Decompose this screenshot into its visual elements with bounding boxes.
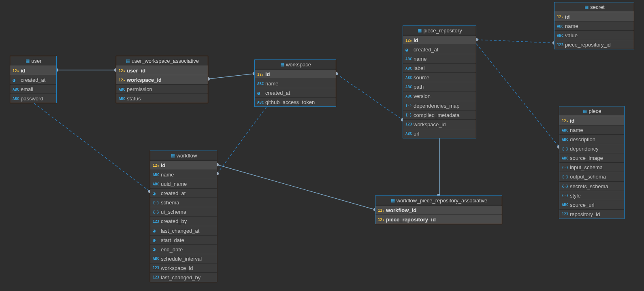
table-name: user_workspace_associative [132, 58, 199, 64]
table-workspace[interactable]: ▦workspace12₉idABCname◕created_atABCgith… [254, 59, 336, 107]
table-piece[interactable]: ▦piece12₉idABCnameABCdescription{·}depen… [559, 106, 625, 219]
column-workspace_id[interactable]: 12₉workspace_id [116, 75, 208, 84]
table-header[interactable]: ▦secret [554, 2, 634, 12]
column-password[interactable]: ABCpassword [10, 93, 56, 103]
column-label: schedule_interval [161, 256, 202, 262]
column-label: id [161, 162, 166, 168]
column-compiled_metadata[interactable]: {·}compiled_metadata [403, 110, 476, 119]
column-created_at[interactable]: ◕created_at [150, 188, 217, 198]
table-header[interactable]: ▦workspace [255, 60, 336, 69]
column-path[interactable]: ABCpath [403, 82, 476, 91]
column-name[interactable]: ABCname [554, 21, 634, 30]
column-id[interactable]: 12₉id [554, 12, 634, 21]
table-icon: ▦ [125, 58, 131, 64]
column-label: name [570, 127, 583, 133]
column-label: uuid_name [161, 181, 187, 187]
column-id[interactable]: 12₉id [559, 116, 624, 125]
column-label: created_at [21, 77, 45, 83]
column-dependency[interactable]: {·}dependency [559, 144, 624, 153]
column-uuid_name[interactable]: ABCuuid_name [150, 179, 217, 188]
number-type-icon: 123 [153, 219, 161, 223]
text-type-icon: ABC [13, 87, 21, 91]
column-source_url[interactable]: ABCsource_url [559, 200, 624, 209]
key-icon: 12₉ [405, 38, 414, 42]
table-header[interactable]: ▦piece_repository [403, 26, 476, 35]
key-icon: 12₉ [119, 69, 127, 73]
column-ui_schema[interactable]: {·}ui_schema [150, 207, 217, 216]
column-label: github_access_token [265, 99, 315, 105]
table-workflow_piece_repository_associative[interactable]: ▦workflow_piece_repository_associative12… [375, 195, 502, 224]
column-secrets_schema[interactable]: {·}secrets_schema [559, 181, 624, 191]
column-created_at[interactable]: ◕created_at [10, 75, 56, 84]
column-piece_repository_id[interactable]: 123piece_repository_id [554, 40, 634, 49]
table-user[interactable]: ▦user12₉id◕created_atABCemailABCpassword [10, 56, 57, 103]
column-schema[interactable]: {·}schema [150, 198, 217, 207]
table-name: piece [589, 108, 601, 114]
column-label: last_changed_by [161, 274, 200, 280]
table-secret[interactable]: ▦secret12₉idABCnameABCvalue123piece_repo… [554, 2, 634, 49]
table-header[interactable]: ▦user [10, 56, 56, 66]
column-github_access_token[interactable]: ABCgithub_access_token [255, 97, 336, 106]
column-id[interactable]: 12₉id [10, 66, 56, 75]
table-header[interactable]: ▦workflow [150, 151, 217, 160]
column-name[interactable]: ABCname [255, 79, 336, 88]
table-piece_repository[interactable]: ▦piece_repository12₉id◕created_atABCname… [403, 25, 476, 138]
column-style[interactable]: {·}style [559, 191, 624, 200]
table-header[interactable]: ▦workflow_piece_repository_associative [375, 196, 502, 205]
column-created_by[interactable]: 123created_by [150, 216, 217, 225]
number-type-icon: 123 [153, 266, 161, 270]
column-created_at[interactable]: ◕created_at [403, 45, 476, 54]
column-status[interactable]: ABCstatus [116, 93, 208, 103]
column-repository_id[interactable]: 123repository_id [559, 209, 624, 219]
column-label: status [127, 96, 141, 102]
connection-lines [0, 0, 644, 291]
table-workflow[interactable]: ▦workflow12₉idABCnameABCuuid_name◕create… [150, 151, 217, 282]
column-source_image[interactable]: ABCsource_image [559, 153, 624, 162]
column-name[interactable]: ABCname [403, 54, 476, 63]
table-user_workspace_associative[interactable]: ▦user_workspace_associative12₉user_id12₉… [116, 56, 208, 103]
timestamp-type-icon: ◕ [153, 191, 161, 196]
column-id[interactable]: 12₉id [403, 35, 476, 45]
column-last_changed_by[interactable]: 123last_changed_by [150, 272, 217, 282]
svg-line-17 [217, 165, 375, 210]
column-start_date[interactable]: ◕start_date [150, 235, 217, 244]
column-email[interactable]: ABCemail [10, 84, 56, 93]
column-label[interactable]: ABClabel [403, 63, 476, 72]
column-last_changed_at[interactable]: ◕last_changed_at [150, 226, 217, 235]
table-name: workflow [177, 153, 197, 159]
column-permission[interactable]: ABCpermission [116, 84, 208, 93]
column-workspace_id[interactable]: 123workspace_id [403, 119, 476, 129]
column-schedule_interval[interactable]: ABCschedule_interval [150, 254, 217, 263]
text-type-icon: ABC [405, 85, 414, 89]
column-user_id[interactable]: 12₉user_id [116, 66, 208, 75]
column-input_schema[interactable]: {·}input_schema [559, 162, 624, 172]
column-end_date[interactable]: ◕end_date [150, 244, 217, 254]
column-workflow_id[interactable]: 12₉workflow_id [375, 205, 502, 215]
table-header[interactable]: ▦piece [559, 106, 624, 116]
erd-canvas[interactable]: ▦user12₉id◕created_atABCemailABCpassword… [0, 0, 644, 291]
column-name[interactable]: ABCname [559, 125, 624, 134]
column-label: created_by [161, 219, 187, 225]
timestamp-type-icon: ◕ [257, 90, 265, 96]
column-label: end_date [161, 246, 183, 253]
svg-line-9 [476, 40, 554, 43]
column-source[interactable]: ABCsource [403, 72, 476, 82]
svg-line-3 [208, 74, 254, 79]
column-label: email [21, 86, 33, 92]
column-id[interactable]: 12₉id [255, 69, 336, 79]
text-type-icon: ABC [557, 34, 565, 38]
column-piece_repository_id[interactable]: 12₉piece_repository_id [375, 215, 502, 224]
timestamp-type-icon: ◕ [405, 47, 414, 53]
column-id[interactable]: 12₉id [150, 160, 217, 170]
column-output_schema[interactable]: {·}output_schema [559, 172, 624, 181]
column-description[interactable]: ABCdescription [559, 134, 624, 144]
column-workspace_id[interactable]: 123workspace_id [150, 263, 217, 272]
column-name[interactable]: ABCname [150, 170, 217, 179]
column-value[interactable]: ABCvalue [554, 30, 634, 40]
column-dependencies_map[interactable]: {·}dependencies_map [403, 101, 476, 110]
table-header[interactable]: ▦user_workspace_associative [116, 56, 208, 66]
column-created_at[interactable]: ◕created_at [255, 88, 336, 97]
column-version[interactable]: ABCversion [403, 91, 476, 100]
column-label: user_id [127, 68, 145, 74]
column-url[interactable]: ABCurl [403, 129, 476, 138]
